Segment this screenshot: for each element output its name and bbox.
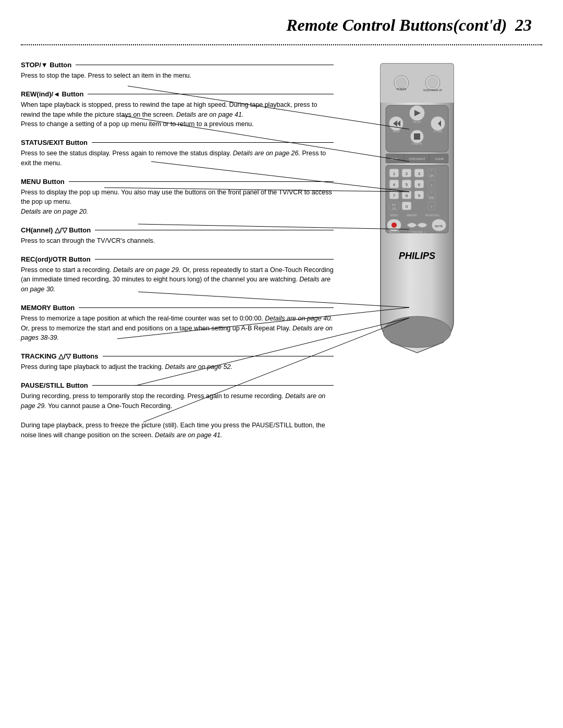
svg-point-63 [391, 223, 397, 228]
remote-column: POWER SLEEP/WAKE UP PLAY REW [344, 61, 490, 450]
svg-text:7: 7 [393, 193, 396, 198]
svg-text:CH: CH [430, 174, 434, 177]
svg-text:▽ TRACKING △: ▽ TRACKING △ [408, 231, 426, 233]
svg-text:1: 1 [393, 171, 396, 176]
section-pause: PAUSE/STILL Button During recording, pre… [21, 381, 334, 440]
section-status-body: Press to see the status display. Press a… [21, 149, 334, 168]
section-tracking-body: Press during tape playback to adjust the… [21, 362, 334, 372]
svg-text:2: 2 [406, 171, 408, 176]
main-content: STOP/▼ Button Press to stop the tape. Pr… [0, 61, 563, 450]
section-rec-title: REC(ord)/OTR Button [21, 255, 334, 263]
text-column: STOP/▼ Button Press to stop the tape. Pr… [21, 61, 344, 450]
svg-text:POWER: POWER [397, 88, 407, 91]
svg-text:5: 5 [406, 182, 408, 187]
section-stop: STOP/▼ Button Press to stop the tape. Pr… [21, 61, 334, 81]
svg-text:v: v [431, 205, 433, 208]
svg-text:REC/OTR: REC/OTR [389, 231, 400, 233]
section-rew: REW(ind)/◄ Button When tape playback is … [21, 90, 334, 129]
svg-text:SLEEP/WAKE UP: SLEEP/WAKE UP [423, 89, 442, 92]
svg-text:4: 4 [393, 182, 396, 187]
svg-text:MEMORY: MEMORY [407, 214, 417, 217]
page-header: Remote Control Buttons(cont'd) 23 [0, 0, 563, 40]
section-memory: MEMORY Button Press to memorize a tape p… [21, 304, 334, 343]
section-tracking-title: TRACKING △/▽ Buttons [21, 352, 334, 360]
section-menu-body: Press to display the pop up menu. You al… [21, 188, 334, 217]
section-divider [21, 44, 542, 45]
section-stop-title: STOP/▼ Button [21, 61, 334, 69]
svg-text:PHILIPS: PHILIPS [399, 251, 435, 261]
section-menu-title: MENU Button [21, 178, 334, 186]
section-rec-body: Press once to start a recording. Details… [21, 265, 334, 294]
section-channel: CH(annel) △/▽ Button Press to scan throu… [21, 226, 334, 246]
svg-text:9: 9 [418, 193, 421, 198]
svg-text:VOL: VOL [429, 196, 434, 199]
remote-image: POWER SLEEP/WAKE UP PLAY REW [354, 61, 480, 365]
svg-text:PAUSE/STILL: PAUSE/STILL [425, 214, 440, 217]
svg-text:PLAY: PLAY [413, 120, 421, 124]
remote-svg: POWER SLEEP/WAKE UP PLAY REW [354, 61, 480, 363]
section-memory-body: Press to memorize a tape position at whi… [21, 314, 334, 343]
page-number: 23 [515, 16, 532, 34]
section-tracking: TRACKING △/▽ Buttons Press during tape p… [21, 352, 334, 372]
svg-text:MENU: MENU [390, 157, 398, 161]
svg-point-69 [383, 316, 451, 348]
section-pause-body: During recording, press to temporarily s… [21, 391, 334, 440]
section-menu: MENU Button Press to display the pop up … [21, 178, 334, 217]
section-rew-title: REW(ind)/◄ Button [21, 90, 334, 98]
svg-text:MUTE: MUTE [435, 225, 443, 228]
svg-text:CLEAR: CLEAR [435, 157, 444, 161]
svg-text:F.FWD: F.FWD [434, 130, 443, 133]
section-channel-body: Press to scan through the TV/VCR's chann… [21, 236, 334, 246]
section-rew-body: When tape playback is stopped, press to … [21, 100, 334, 129]
svg-text:STATUS/EXIT: STATUS/EXIT [409, 157, 425, 161]
svg-text:SPEED: SPEED [390, 214, 398, 217]
section-status-title: STATUS/EXIT Button [21, 139, 334, 146]
svg-text:6: 6 [418, 182, 421, 187]
section-channel-title: CH(annel) △/▽ Button [21, 226, 334, 234]
svg-point-4 [427, 78, 438, 88]
svg-text:REW: REW [393, 130, 400, 133]
svg-text:8: 8 [406, 193, 408, 198]
svg-text:CH: CH [393, 207, 396, 210]
section-status: STATUS/EXIT Button Press to see the stat… [21, 139, 334, 168]
section-memory-title: MEMORY Button [21, 304, 334, 312]
page-title: Remote Control Buttons(cont'd) [286, 16, 507, 34]
svg-text:3: 3 [418, 171, 421, 176]
svg-text:0: 0 [406, 204, 408, 209]
svg-point-1 [396, 78, 407, 88]
section-stop-body: Press to stop the tape. Press to select … [21, 71, 334, 81]
svg-text:STOP▼: STOP▼ [412, 142, 422, 145]
svg-rect-17 [414, 133, 420, 140]
section-pause-title: PAUSE/STILL Button [21, 381, 334, 389]
section-rec: REC(ord)/OTR Button Press once to start … [21, 255, 334, 294]
svg-text:v: v [431, 183, 433, 187]
svg-text:ALT.: ALT. [392, 204, 397, 206]
